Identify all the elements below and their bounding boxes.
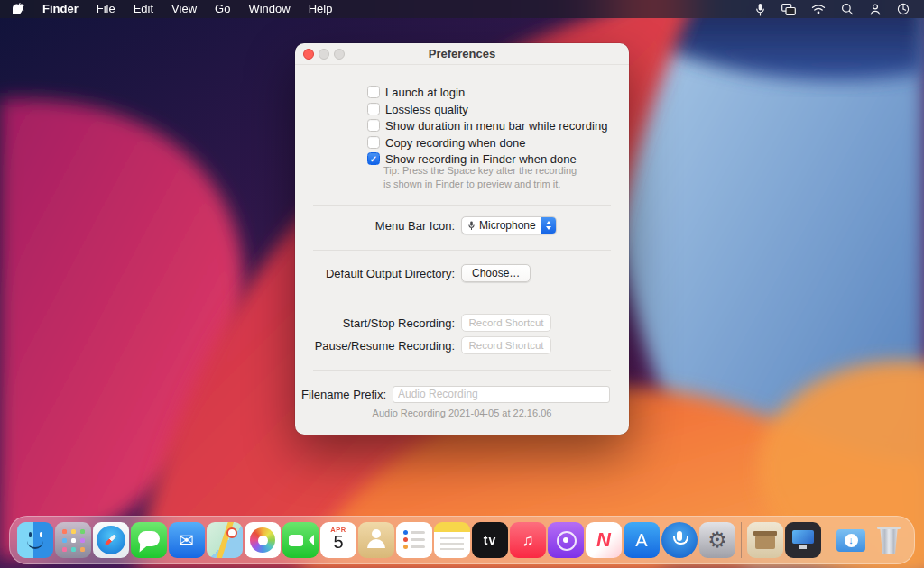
tip-line-1: Tip: Press the Space key after the recor… xyxy=(383,164,609,178)
dock-icon-archive[interactable] xyxy=(747,522,783,558)
popup-stepper xyxy=(541,217,556,234)
divider xyxy=(313,250,611,251)
output-directory-row: Default Output Directory: Choose… xyxy=(295,263,629,283)
dock-icon-label: tv xyxy=(472,522,508,558)
microphone-icon[interactable] xyxy=(754,3,766,16)
dock-icon-recorder[interactable] xyxy=(661,522,698,558)
pause-resume-record-shortcut-button[interactable]: Record Shortcut xyxy=(461,336,551,354)
dock-separator xyxy=(827,522,827,558)
divider xyxy=(313,205,611,206)
dock-icon-reminders[interactable] xyxy=(396,522,432,558)
dock-icon-safari[interactable] xyxy=(93,522,129,558)
dock-icon-news[interactable] xyxy=(586,522,622,558)
checkbox-label[interactable]: Lossless quality xyxy=(385,103,468,116)
user-icon[interactable] xyxy=(869,3,882,15)
checkbox-row-copy-recording: Copy recording when done xyxy=(367,135,525,150)
screen-mirroring-icon[interactable] xyxy=(781,4,796,15)
launch-at-login-checkbox[interactable] xyxy=(367,86,380,98)
checkbox-label[interactable]: Copy recording when done xyxy=(385,136,525,150)
menu-item-finder[interactable]: Finder xyxy=(33,0,88,18)
dock-separator xyxy=(741,522,742,558)
dock-icon-podcasts[interactable] xyxy=(548,522,584,558)
menu-bar-status-area xyxy=(754,3,913,16)
popup-selected-value: Microphone xyxy=(479,219,536,232)
filename-prefix-label: Filename Prefix: xyxy=(295,388,386,401)
clock-icon[interactable] xyxy=(897,3,910,15)
menu-bar-icon-label: Menu Bar Icon: xyxy=(295,219,455,233)
dock-icon-settings[interactable] xyxy=(699,522,735,558)
microphone-icon xyxy=(467,220,476,231)
dock-icon-contacts[interactable] xyxy=(358,522,394,558)
lossless-quality-checkbox[interactable] xyxy=(367,103,380,115)
dock-icon-finder[interactable] xyxy=(17,522,53,558)
checkbox-row-launch-at-login: Launch at login xyxy=(367,85,465,99)
dock-icon-messages[interactable] xyxy=(131,522,167,558)
start-stop-label: Start/Stop Recording: xyxy=(295,316,455,330)
dock-icon-music[interactable] xyxy=(510,522,546,558)
divider xyxy=(313,298,611,298)
choose-directory-button[interactable]: Choose… xyxy=(461,264,531,282)
filename-prefix-row: Filename Prefix: xyxy=(295,384,629,404)
preferences-window: Preferences Launch at login Lossless qua… xyxy=(295,43,629,435)
dock-icon-monitor[interactable] xyxy=(785,522,821,558)
zoom-button[interactable] xyxy=(334,49,345,60)
pause-resume-label: Pause/Resume Recording: xyxy=(295,339,455,353)
calendar-day: 5 xyxy=(320,532,356,553)
tip-text: Tip: Press the Space key after the recor… xyxy=(383,164,609,191)
menu-bar-icon-popup[interactable]: Microphone xyxy=(461,216,557,234)
window-titlebar[interactable]: Preferences xyxy=(295,43,629,65)
window-title: Preferences xyxy=(295,43,629,65)
dock-icon-maps[interactable] xyxy=(207,522,243,558)
menu-item-window[interactable]: Window xyxy=(239,0,299,18)
tip-line-2: is shown in Finder to preview and trim i… xyxy=(383,178,609,191)
wifi-icon[interactable] xyxy=(811,4,826,14)
checkbox-label[interactable]: Launch at login xyxy=(385,86,465,99)
filename-example-text: Audio Recording 2021-04-05 at 22.16.06 xyxy=(295,408,629,418)
chevron-up-icon xyxy=(546,221,551,224)
menu-item-go[interactable]: Go xyxy=(206,0,239,18)
dock-icon-facetime[interactable] xyxy=(282,522,319,558)
apple-menu[interactable] xyxy=(11,3,33,15)
dock-icon-notes[interactable] xyxy=(434,522,470,558)
output-directory-label: Default Output Directory: xyxy=(295,267,455,280)
start-stop-record-shortcut-button[interactable]: Record Shortcut xyxy=(461,314,551,332)
menu-bar-icon-row: Menu Bar Icon: Microphone xyxy=(295,215,629,235)
spotlight-icon[interactable] xyxy=(841,3,854,15)
menu-item-help[interactable]: Help xyxy=(300,0,342,18)
dock-icon-mail[interactable] xyxy=(169,522,205,558)
show-duration-checkbox[interactable] xyxy=(367,119,380,132)
minimize-button[interactable] xyxy=(319,49,329,60)
copy-recording-checkbox[interactable] xyxy=(367,136,380,149)
dock: APR5tv xyxy=(9,516,915,564)
menu-item-file[interactable]: File xyxy=(88,0,125,18)
menu-item-view[interactable]: View xyxy=(162,0,206,18)
checkbox-row-lossless-quality: Lossless quality xyxy=(367,102,468,116)
menu-item-edit[interactable]: Edit xyxy=(125,0,162,18)
chevron-down-icon xyxy=(546,226,551,230)
dock-icon-photos[interactable] xyxy=(245,522,281,558)
filename-prefix-input[interactable] xyxy=(393,386,610,403)
dock-icon-appstore[interactable] xyxy=(624,522,660,558)
dock-icon-tv[interactable]: tv xyxy=(472,522,508,558)
checkbox-row-show-duration: Show duration in menu bar while recordin… xyxy=(367,118,607,133)
show-in-finder-checkbox[interactable] xyxy=(367,152,380,165)
apple-icon xyxy=(13,3,24,15)
traffic-lights xyxy=(303,49,345,60)
close-button[interactable] xyxy=(303,49,314,60)
dock-icon-trash[interactable] xyxy=(871,522,907,558)
divider xyxy=(313,370,611,371)
checkbox-label[interactable]: Show duration in menu bar while recordin… xyxy=(385,119,607,133)
pause-resume-shortcut-row: Pause/Resume Recording: Record Shortcut xyxy=(295,335,629,355)
menu-bar: Finder File Edit View Go Window Help xyxy=(0,0,924,18)
start-stop-shortcut-row: Start/Stop Recording: Record Shortcut xyxy=(295,313,629,333)
dock-icon-downloads[interactable] xyxy=(833,522,869,558)
dock-icon-calendar[interactable]: APR5 xyxy=(320,522,356,558)
dock-icon-launchpad[interactable] xyxy=(55,522,91,558)
desktop: Finder File Edit View Go Window Help xyxy=(0,0,924,568)
